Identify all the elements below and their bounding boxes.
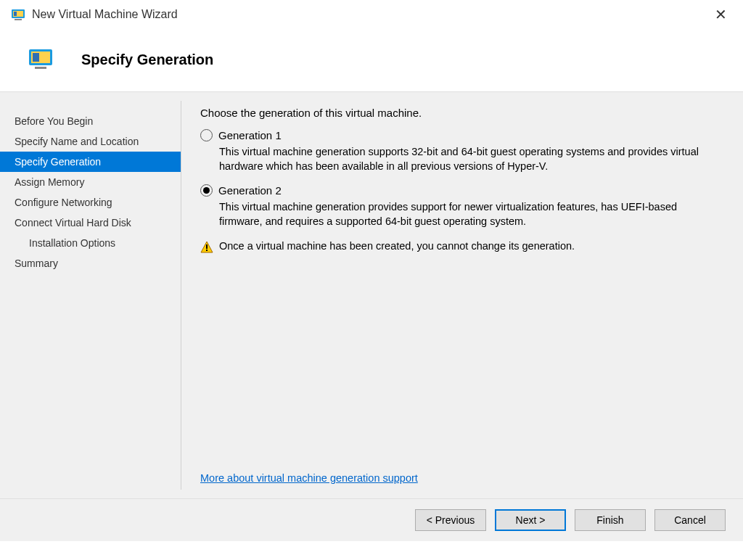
svg-rect-10 — [206, 250, 208, 251]
title-bar: New Virtual Machine Wizard ✕ — [0, 0, 743, 29]
svg-rect-3 — [15, 19, 22, 20]
warning-row: Once a virtual machine has been created,… — [200, 240, 721, 254]
wizard-step-item[interactable]: Specify Generation — [0, 152, 181, 172]
wizard-steps-sidebar: Before You BeginSpecify Name and Locatio… — [0, 101, 181, 490]
wizard-header-icon — [29, 48, 52, 71]
wizard-app-icon — [12, 8, 25, 21]
next-button[interactable]: Next > — [495, 509, 566, 531]
option-generation-1[interactable]: Generation 1 This virtual machine genera… — [200, 129, 721, 174]
wizard-step-item[interactable]: Summary — [0, 253, 181, 273]
wizard-step-item[interactable]: Connect Virtual Hard Disk — [0, 213, 181, 233]
option-label: Generation 1 — [218, 129, 282, 141]
svg-rect-9 — [206, 244, 208, 249]
finish-button[interactable]: Finish — [575, 509, 646, 531]
wizard-step-item[interactable]: Configure Networking — [0, 192, 181, 213]
option-description: This virtual machine generation provides… — [219, 199, 721, 229]
previous-button[interactable]: < Previous — [415, 509, 486, 531]
wizard-step-item[interactable]: Before You Begin — [0, 111, 181, 131]
wizard-content: Choose the generation of this virtual ma… — [181, 92, 743, 498]
instruction-text: Choose the generation of this virtual ma… — [200, 107, 721, 119]
page-heading: Specify Generation — [81, 52, 213, 68]
svg-rect-6 — [33, 53, 39, 62]
wizard-step-item[interactable]: Assign Memory — [0, 172, 181, 192]
wizard-footer: < Previous Next > Finish Cancel — [0, 499, 743, 541]
help-link-generation-support[interactable]: More about virtual machine generation su… — [200, 472, 721, 484]
wizard-step-item[interactable]: Specify Name and Location — [0, 131, 181, 152]
option-generation-2[interactable]: Generation 2 This virtual machine genera… — [200, 184, 721, 229]
svg-rect-7 — [35, 67, 46, 69]
warning-icon — [200, 241, 213, 254]
radio-generation-2[interactable] — [200, 184, 213, 197]
svg-rect-2 — [14, 12, 17, 16]
radio-generation-1[interactable] — [200, 129, 213, 141]
wizard-header: Specify Generation — [0, 29, 743, 91]
close-icon[interactable]: ✕ — [707, 4, 734, 25]
warning-text: Once a virtual machine has been created,… — [219, 240, 575, 252]
window-title: New Virtual Machine Wizard — [32, 8, 178, 21]
option-label: Generation 2 — [218, 184, 282, 197]
cancel-button[interactable]: Cancel — [654, 509, 726, 531]
wizard-step-item[interactable]: Installation Options — [0, 233, 181, 253]
option-description: This virtual machine generation supports… — [219, 144, 721, 174]
